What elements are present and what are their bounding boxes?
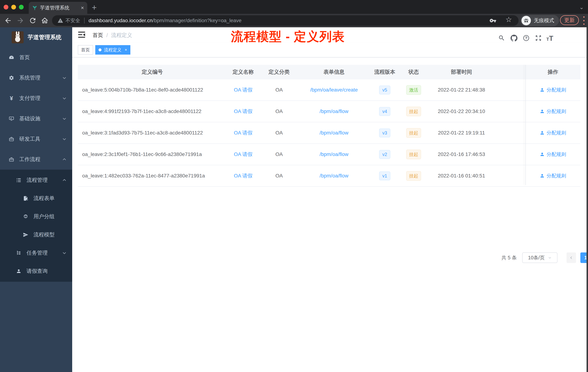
chevron-down-icon: [62, 116, 67, 121]
tab-close-icon[interactable]: ×: [81, 5, 84, 11]
definition-name-link[interactable]: OA 请假: [234, 87, 252, 93]
definition-id: oa_leave:3:1fad3d93-7b75-11ec-a3c8-acde4…: [78, 130, 227, 136]
sidebar-item-label: 用户分组: [33, 213, 54, 220]
pagination-total: 共 5 条: [502, 254, 517, 261]
assign-rule-label: 分配规则: [546, 87, 566, 93]
status-badge: 挂起: [406, 171, 421, 181]
github-icon[interactable]: [511, 34, 517, 42]
definition-name-link[interactable]: OA 请假: [234, 173, 252, 178]
form-info-link[interactable]: /bpm/oa/leave/create: [310, 87, 358, 93]
assign-rule-button[interactable]: 分配规则: [525, 108, 580, 115]
deploy-time: 2022-01-22 21:48:38: [427, 87, 496, 93]
url-host: dashboard.yudao.iocoder.cn: [89, 18, 153, 23]
toolbox-icon: [9, 136, 14, 142]
window-zoom-button[interactable]: [19, 5, 24, 10]
form-info-link[interactable]: /bpm/oa/flow: [320, 109, 348, 114]
col-header-form-info: 表单信息: [299, 68, 369, 76]
sidebar-item-payment[interactable]: ¥ 支付管理: [0, 88, 72, 109]
sidebar-item-infrastructure[interactable]: 基础设施: [0, 109, 72, 129]
browser-update-button[interactable]: 更新: [560, 15, 579, 25]
address-bar[interactable]: 不安全 dashboard.yudao.iocoder.cn /bpm/mana…: [52, 15, 519, 26]
deploy-time: 2022-01-22 19:19:11: [427, 130, 496, 136]
sidebar-item-label: 系统管理: [19, 74, 40, 82]
app-logo-row[interactable]: 芋道管理系统: [0, 27, 72, 47]
page-size-select[interactable]: 10条/页: [522, 252, 557, 263]
reload-icon[interactable]: [29, 17, 37, 25]
tag-close-icon[interactable]: ×: [125, 47, 127, 52]
col-header-actions: 操作: [525, 68, 580, 76]
version-badge: v2: [379, 150, 390, 159]
sidebar-item-home[interactable]: 首页: [0, 47, 72, 68]
sidebar-item-process-form[interactable]: 流程表单: [0, 189, 72, 208]
search-icon[interactable]: [498, 34, 505, 42]
sidebar-item-label: 首页: [19, 54, 30, 61]
window-minimize-button[interactable]: [11, 5, 16, 10]
form-info-link[interactable]: /bpm/oa/flow: [320, 130, 348, 136]
sidebar-collapse-icon[interactable]: [78, 32, 85, 38]
bookmark-star-icon[interactable]: ☆: [505, 15, 512, 24]
form-info-link[interactable]: /bpm/oa/flow: [320, 173, 348, 178]
new-tab-button[interactable]: +: [92, 2, 97, 12]
form-info-link[interactable]: /bpm/oa/flow: [320, 152, 348, 157]
tag-process-definition[interactable]: 流程定义 ×: [95, 45, 130, 55]
assign-rule-button[interactable]: 分配规则: [525, 173, 580, 179]
breadcrumb-home[interactable]: 首页: [93, 32, 103, 39]
deploy-time: 2022-01-16 01:40:51: [427, 173, 496, 179]
col-header-status: 状态: [400, 68, 427, 76]
sidebar-item-leave-query[interactable]: 请假查询: [0, 262, 72, 280]
font-size-icon[interactable]: TT: [546, 34, 553, 42]
sidebar-item-dev-tools[interactable]: 研发工具: [0, 129, 72, 149]
password-key-icon[interactable]: [489, 17, 496, 24]
assign-rule-label: 分配规则: [546, 108, 566, 115]
definition-name-link[interactable]: OA 请假: [234, 130, 252, 136]
breadcrumb-current: 流程定义: [111, 32, 132, 39]
definition-name-link[interactable]: OA 请假: [234, 109, 252, 114]
user-icon: [540, 152, 545, 157]
version-badge: v1: [379, 171, 390, 180]
browser-menu-icon[interactable]: [583, 16, 585, 25]
sidebar-item-workflow[interactable]: 工作流程: [0, 149, 72, 170]
paper-plane-icon: [23, 232, 28, 238]
forward-icon[interactable]: [16, 17, 24, 25]
browser-tab[interactable]: 芋道管理系统 ×: [29, 2, 87, 14]
chevron-down-icon: [62, 96, 67, 101]
window-close-button[interactable]: [4, 5, 8, 10]
back-icon[interactable]: [4, 17, 12, 25]
sidebar-item-label: 支付管理: [19, 95, 40, 102]
sidebar-item-process-management[interactable]: 流程管理: [0, 171, 72, 189]
assign-rule-button[interactable]: 分配规则: [525, 87, 580, 93]
version-badge: v5: [379, 86, 390, 94]
help-icon[interactable]: ?: [523, 35, 530, 42]
user-icon: [540, 173, 545, 178]
assign-rule-label: 分配规则: [546, 173, 566, 179]
tab-search-caret-icon[interactable]: ⌄: [579, 4, 584, 10]
user-icon: [540, 87, 545, 92]
tag-label: 流程定义: [104, 47, 121, 53]
sidebar-item-system[interactable]: 系统管理: [0, 68, 72, 88]
definition-category: OA: [260, 152, 299, 157]
definition-name-link[interactable]: OA 请假: [234, 152, 252, 157]
assign-rule-button[interactable]: 分配规则: [525, 130, 580, 136]
version-badge: v4: [379, 107, 390, 116]
sidebar-item-label: 研发工具: [19, 135, 40, 143]
sidebar-item-task-management[interactable]: 任务管理: [0, 244, 72, 262]
prev-page-button[interactable]: [567, 252, 576, 263]
chevron-down-icon: [62, 76, 67, 80]
monitor-icon: [9, 116, 14, 121]
table-row: oa_leave:2:3c1f0ef1-76b1-11ec-9c66-a2380…: [78, 144, 580, 165]
tag-label: 首页: [81, 47, 90, 53]
sidebar: 芋道管理系统 首页 系统管理 ¥ 支付管理 基础设施: [0, 27, 72, 372]
fullscreen-icon[interactable]: [535, 34, 542, 42]
assign-rule-label: 分配规则: [546, 130, 566, 136]
sidebar-item-user-group[interactable]: 用户分组: [0, 208, 72, 226]
assign-rule-button[interactable]: 分配规则: [525, 151, 580, 158]
status-badge: 挂起: [406, 150, 421, 159]
version-badge: v3: [379, 129, 390, 137]
chevron-up-icon: [62, 178, 67, 183]
tag-home[interactable]: 首页: [78, 45, 93, 55]
chevron-down-icon: [62, 251, 67, 255]
table-row: oa_leave:1:482ec033-762a-11ec-8477-a2380…: [78, 165, 580, 187]
url-path: /bpm/manager/definition?key=oa_leave: [153, 18, 242, 23]
home-icon[interactable]: [41, 17, 49, 25]
sidebar-item-process-model[interactable]: 流程模型: [0, 226, 72, 244]
